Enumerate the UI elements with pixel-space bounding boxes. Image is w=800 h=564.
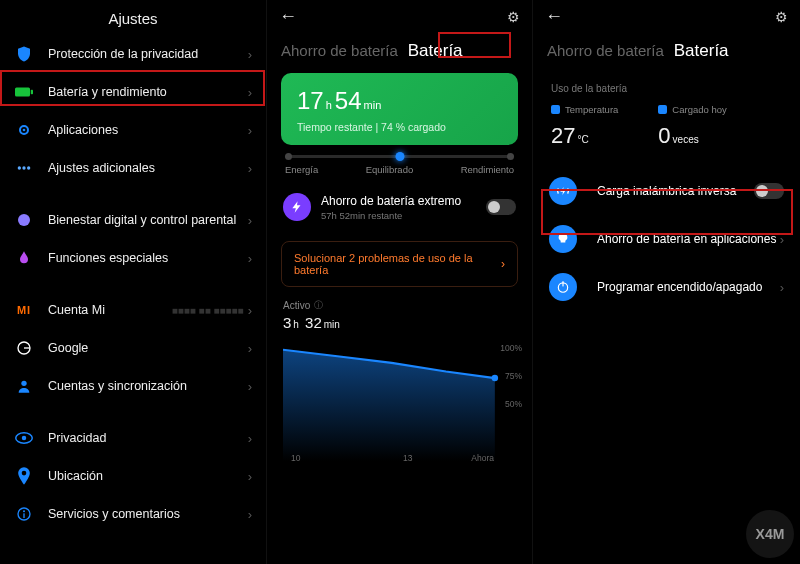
- y-tick: 75%: [505, 371, 522, 381]
- slider-label-energy: Energía: [285, 164, 318, 175]
- settings-gear-icon[interactable]: ⚙: [507, 9, 520, 25]
- bulb-icon: [549, 225, 577, 253]
- settings-gear-icon[interactable]: ⚙: [775, 9, 788, 25]
- chevron-right-icon: ›: [248, 161, 252, 176]
- svg-point-9: [21, 381, 26, 386]
- svg-point-5: [22, 166, 25, 169]
- extreme-saver-row[interactable]: Ahorro de batería extremo 57h 52min rest…: [267, 179, 532, 235]
- sidebar-item-location[interactable]: Ubicación ›: [0, 457, 266, 495]
- sidebar-item-feedback[interactable]: Servicios y comentarios ›: [0, 495, 266, 533]
- settings-title: Ajustes: [0, 0, 266, 35]
- chevron-right-icon: ›: [248, 213, 252, 228]
- performance-slider[interactable]: Energía Equilibrado Rendimiento: [285, 155, 514, 175]
- sidebar-item-privacy-protection[interactable]: Protección de la privacidad ›: [0, 35, 266, 73]
- temp-unit: °C: [577, 134, 588, 145]
- svg-point-3: [23, 129, 26, 132]
- charge-icon: [658, 105, 667, 114]
- tab-battery[interactable]: Batería: [408, 41, 463, 61]
- sidebar-item-battery-performance[interactable]: Batería y rendimiento ›: [0, 73, 266, 111]
- svg-rect-18: [562, 281, 563, 286]
- more-icon: [14, 158, 34, 178]
- extreme-toggle[interactable]: [486, 199, 516, 215]
- svg-point-6: [27, 166, 30, 169]
- sidebar-item-special[interactable]: Funciones especiales ›: [0, 239, 266, 277]
- battery-options-pane: ← ⚙ Ahorro de batería Batería Uso de la …: [533, 0, 800, 564]
- chevron-right-icon: ›: [248, 431, 252, 446]
- back-button[interactable]: ←: [545, 6, 563, 27]
- tab-battery-saver[interactable]: Ahorro de batería: [547, 42, 664, 59]
- sidebar-item-privacy[interactable]: Privacidad ›: [0, 419, 266, 457]
- chevron-right-icon: ›: [780, 280, 784, 295]
- svg-point-12: [22, 471, 27, 476]
- item-label: Aplicaciones: [48, 123, 248, 137]
- app-battery-saver-row[interactable]: Ahorro de batería en aplicaciones ›: [533, 215, 800, 263]
- tab-bar: Ahorro de batería Batería: [533, 27, 800, 77]
- reverse-wireless-charge-row[interactable]: Carga inalámbrica inversa: [533, 167, 800, 215]
- battery-subtitle: Tiempo restante | 74 % cargado: [297, 121, 502, 133]
- item-label: Protección de la privacidad: [48, 47, 248, 61]
- sidebar-item-wellbeing[interactable]: Bienestar digital y control parental ›: [0, 201, 266, 239]
- battery-icon: [14, 82, 34, 102]
- svg-point-14: [23, 510, 25, 512]
- item-label: Cuenta Mi: [48, 303, 172, 317]
- charged-unit: veces: [673, 134, 699, 145]
- back-button[interactable]: ←: [279, 6, 297, 27]
- temp-value: 27: [551, 123, 575, 148]
- chevron-right-icon: ›: [248, 507, 252, 522]
- item-label: Funciones especiales: [48, 251, 248, 265]
- tab-battery-saver[interactable]: Ahorro de batería: [281, 42, 398, 59]
- location-icon: [14, 466, 34, 486]
- charged-value: 0: [658, 123, 670, 148]
- fix-problems-card[interactable]: Solucionar 2 problemas de uso de la bate…: [281, 241, 518, 287]
- svg-point-16: [492, 375, 499, 382]
- svg-rect-1: [31, 90, 33, 95]
- tab-battery[interactable]: Batería: [674, 41, 729, 61]
- hours-unit: h: [326, 99, 332, 111]
- reverse-charge-toggle[interactable]: [754, 183, 784, 199]
- row-label: Programar encendido/apagado: [597, 280, 780, 294]
- active-hours: 3: [283, 314, 291, 331]
- mins-unit: min: [364, 99, 382, 111]
- schedule-power-row[interactable]: Programar encendido/apagado ›: [533, 263, 800, 311]
- item-label: Cuentas y sincronización: [48, 379, 248, 393]
- slider-label-balanced: Equilibrado: [366, 164, 414, 175]
- hours-value: 17: [297, 87, 324, 114]
- y-tick: 50%: [505, 399, 522, 409]
- sidebar-item-mi-account[interactable]: MI Cuenta Mi ■■■■ ■■ ■■■■■ ›: [0, 291, 266, 329]
- battery-detail-pane: ← ⚙ Ahorro de batería Batería 17h54min T…: [267, 0, 533, 564]
- sidebar-item-sync[interactable]: Cuentas y sincronización ›: [0, 367, 266, 405]
- x-tick: 10: [291, 453, 300, 463]
- account-name: ■■■■ ■■ ■■■■■: [172, 305, 244, 316]
- watermark-icon: X4M: [746, 510, 794, 558]
- y-tick: 100%: [500, 343, 522, 353]
- item-label: Ubicación: [48, 469, 248, 483]
- slider-label-performance: Rendimiento: [461, 164, 514, 175]
- google-icon: [14, 338, 34, 358]
- active-mins: 32: [305, 314, 322, 331]
- chevron-right-icon: ›: [248, 47, 252, 62]
- wellbeing-icon: [14, 210, 34, 230]
- row-label: Ahorro de batería en aplicaciones: [597, 232, 780, 246]
- item-label: Google: [48, 341, 248, 355]
- sidebar-item-apps[interactable]: Aplicaciones ›: [0, 111, 266, 149]
- chevron-right-icon: ›: [248, 379, 252, 394]
- charged-label: Cargado hoy: [672, 104, 726, 115]
- apps-icon: [14, 120, 34, 140]
- temp-label: Temperatura: [565, 104, 618, 115]
- shield-icon: [14, 44, 34, 64]
- feedback-icon: [14, 504, 34, 524]
- chevron-right-icon: ›: [248, 85, 252, 100]
- sidebar-item-additional[interactable]: Ajustes adicionales ›: [0, 149, 266, 187]
- svg-point-7: [18, 214, 30, 226]
- time-remaining: 17h54min: [297, 87, 502, 115]
- sidebar-item-google[interactable]: Google ›: [0, 329, 266, 367]
- bolt-icon: [283, 193, 311, 221]
- sync-icon: [14, 376, 34, 396]
- mins-value: 54: [335, 87, 362, 114]
- active-time: 3h 32min: [283, 314, 516, 331]
- slider-tick: [507, 153, 514, 160]
- battery-status-card: 17h54min Tiempo restante | 74 % cargado: [281, 73, 518, 145]
- power-icon: [549, 273, 577, 301]
- slider-thumb[interactable]: [395, 152, 404, 161]
- chevron-right-icon: ›: [248, 469, 252, 484]
